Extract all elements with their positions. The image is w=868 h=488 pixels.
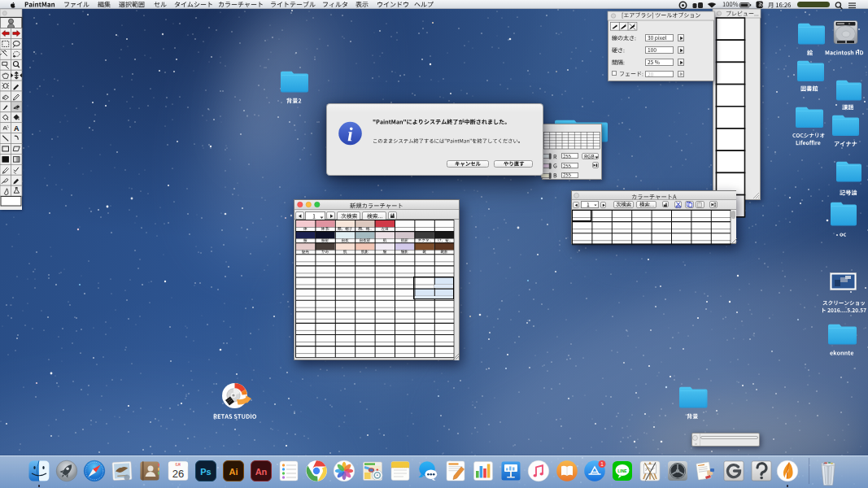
svg-text:6月: 6月: [175, 463, 181, 467]
svg-text:An: An: [255, 467, 268, 477]
svg-text:26: 26: [172, 468, 183, 480]
svg-text:Ai: Ai: [229, 467, 238, 477]
svg-text:1: 1: [600, 461, 604, 467]
svg-text:LINE: LINE: [617, 468, 627, 473]
svg-text:Ps: Ps: [200, 467, 211, 477]
svg-text:A: A: [14, 124, 20, 133]
